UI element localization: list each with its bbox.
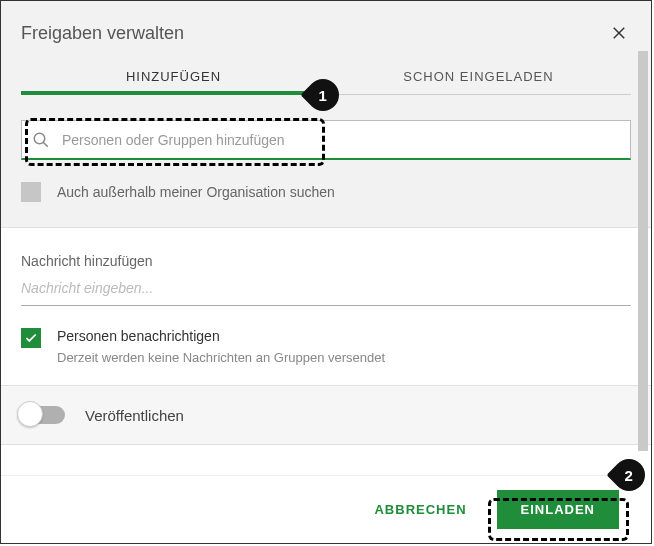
search-section: Auch außerhalb meiner Organisation suche… [1,95,651,228]
tab-already-invited[interactable]: SCHON EINGELADEN [326,55,631,95]
cancel-button[interactable]: ABBRECHEN [374,502,466,517]
tab-add[interactable]: HINZUFÜGEN [21,55,326,95]
dialog-footer: ABBRECHEN EINLADEN [1,475,639,543]
notify-checkbox[interactable] [21,328,41,348]
share-dialog: Freigaben verwalten HINZUFÜGEN SCHON EIN… [0,0,652,544]
notify-sublabel: Derzeit werden keine Nachrichten an Grup… [57,350,385,365]
publish-label: Veröffentlichen [85,407,184,424]
dialog-title: Freigaben verwalten [21,23,184,44]
search-input[interactable] [62,132,620,148]
search-field-row [21,120,631,160]
message-section: Nachricht hinzufügen Personen benachrich… [1,228,651,386]
search-icon [32,131,50,149]
invite-button[interactable]: EINLADEN [497,490,619,529]
publish-toggle[interactable] [21,406,65,424]
outside-org-checkbox[interactable] [21,182,41,202]
notify-label: Personen benachrichtigen [57,328,385,344]
notify-row: Personen benachrichtigen Derzeit werden … [21,328,631,365]
toggle-knob [17,401,43,427]
dialog-header: Freigaben verwalten [1,1,651,55]
svg-point-2 [34,133,45,144]
outside-org-label: Auch außerhalb meiner Organisation suche… [57,184,335,200]
outside-org-row: Auch außerhalb meiner Organisation suche… [21,182,631,202]
svg-line-3 [43,142,48,147]
message-input[interactable] [21,280,631,296]
publish-section: Veröffentlichen [1,386,651,445]
close-icon[interactable] [607,21,631,45]
message-label: Nachricht hinzufügen [21,253,631,269]
scrollbar-thumb[interactable] [638,51,648,451]
